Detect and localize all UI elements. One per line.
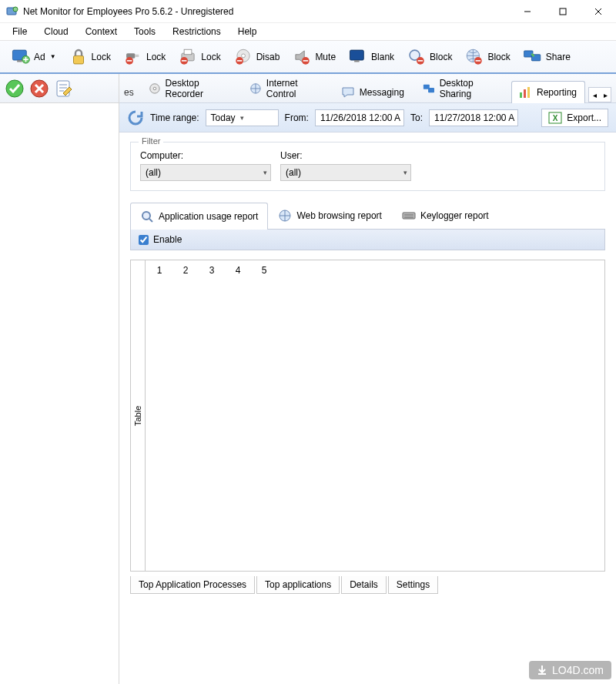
from-date-input[interactable]: 11/26/2018 12:00 A xyxy=(315,109,404,126)
table-area: Table 1 2 3 4 5 xyxy=(130,260,605,572)
tab-label: Desktop Recorder xyxy=(166,78,231,99)
menu-file[interactable]: File xyxy=(5,25,35,39)
chevron-down-icon: ▾ xyxy=(403,169,407,176)
export-button[interactable]: X Export... xyxy=(541,109,608,127)
maximize-button[interactable] xyxy=(545,0,581,23)
minimize-button[interactable] xyxy=(510,0,545,23)
content: es Desktop Recorder Internet Control Mes… xyxy=(0,74,616,684)
blank-label: Blank xyxy=(371,52,394,62)
lock1-label: Lock xyxy=(92,52,111,62)
close-button[interactable] xyxy=(581,0,616,23)
svg-rect-26 xyxy=(350,50,364,60)
btab-details[interactable]: Details xyxy=(341,576,387,594)
user-select[interactable]: (all) ▾ xyxy=(280,164,411,181)
edit-button[interactable] xyxy=(54,79,74,99)
grid-col[interactable]: 5 xyxy=(258,265,270,276)
from-label: From: xyxy=(285,112,309,123)
svg-line-56 xyxy=(149,219,152,222)
btab-top-processes[interactable]: Top Application Processes xyxy=(130,576,255,594)
menu-restrictions[interactable]: Restrictions xyxy=(165,25,229,39)
monitor-blank-icon xyxy=(348,47,368,67)
block-button-2[interactable]: Block xyxy=(461,45,513,69)
btab-settings[interactable]: Settings xyxy=(388,576,438,594)
printer-lock-icon xyxy=(178,47,198,67)
app-icon xyxy=(6,5,18,18)
refresh-button[interactable] xyxy=(127,109,144,126)
filter-group: Filter Computer: (all) ▾ User: (all) ▾ xyxy=(130,142,605,191)
grid-col[interactable]: 3 xyxy=(206,265,218,276)
menu-context[interactable]: Context xyxy=(78,25,125,39)
tab-internet-control[interactable]: Internet Control xyxy=(243,73,331,103)
lock-button-2[interactable]: Lock xyxy=(120,45,169,69)
menu-help[interactable]: Help xyxy=(230,25,265,39)
chevron-down-icon: ▾ xyxy=(263,169,267,176)
subtab-label: Application usage report xyxy=(159,211,258,222)
lock-button-1[interactable]: Lock xyxy=(65,45,114,69)
grid-col[interactable]: 2 xyxy=(179,265,192,276)
chat-icon xyxy=(341,86,355,99)
tab-messaging[interactable]: Messaging xyxy=(334,81,413,103)
data-grid[interactable]: 1 2 3 4 5 xyxy=(146,260,605,572)
cancel-button[interactable] xyxy=(29,79,49,99)
svg-point-55 xyxy=(142,212,150,220)
from-date-value: 11/26/2018 12:00 A xyxy=(320,112,400,123)
lock2-label: Lock xyxy=(146,52,166,62)
to-date-input[interactable]: 11/27/2018 12:00 A xyxy=(429,109,518,126)
globe-small-icon xyxy=(278,209,292,223)
grid-col[interactable]: 1 xyxy=(153,265,166,276)
download-icon xyxy=(537,665,547,676)
tab-truncated[interactable]: es xyxy=(119,82,139,102)
tab-next-button[interactable]: ▸ xyxy=(600,88,611,102)
time-range-bar: Time range: Today ▾ From: 11/26/2018 12:… xyxy=(119,103,616,132)
tree-panel xyxy=(0,74,119,684)
block-button-1[interactable]: Block xyxy=(403,45,455,69)
svg-point-1 xyxy=(13,7,18,12)
computer-select[interactable]: (all) ▾ xyxy=(140,164,271,181)
subtab-label: Web browsing report xyxy=(296,210,382,221)
tab-reporting[interactable]: Reporting xyxy=(511,81,585,103)
bottom-tabs: Top Application Processes Top applicatio… xyxy=(130,576,605,594)
btab-top-apps[interactable]: Top applications xyxy=(256,576,340,594)
export-label: Export... xyxy=(567,112,601,123)
globe-icon xyxy=(249,82,262,96)
enable-label: Enable xyxy=(153,234,182,245)
subtab-web-browsing[interactable]: Web browsing report xyxy=(268,202,392,229)
tab-desktop-sharing[interactable]: Desktop Sharing xyxy=(416,73,508,103)
add-button[interactable]: Ad ▼ xyxy=(8,45,59,69)
main-toolbar: Ad ▼ Lock Lock Lock Disab Mute Blank Blo… xyxy=(0,40,616,74)
tree-area[interactable] xyxy=(0,103,119,684)
blank-button[interactable]: Blank xyxy=(345,45,397,69)
menubar: File Cloud Context Tools Restrictions He… xyxy=(0,23,616,40)
share-button[interactable]: Share xyxy=(520,45,574,69)
enable-checkbox[interactable] xyxy=(139,235,149,245)
excel-icon: X xyxy=(548,111,562,125)
user-label: User: xyxy=(280,150,411,161)
tab-label: Reporting xyxy=(537,87,577,98)
subtab-app-usage[interactable]: Application usage report xyxy=(130,203,268,230)
screens-icon xyxy=(423,82,435,96)
block2-label: Block xyxy=(487,52,510,62)
to-label: To: xyxy=(410,112,423,123)
svg-rect-27 xyxy=(354,60,360,62)
mute-button[interactable]: Mute xyxy=(289,45,339,69)
recorder-icon xyxy=(149,82,161,96)
globe-block-icon xyxy=(464,47,484,67)
table-vertical-label[interactable]: Table xyxy=(130,260,146,572)
tab-desktop-recorder[interactable]: Desktop Recorder xyxy=(142,73,239,103)
titlebar: Net Monitor for Employees Pro 5.6.2 - Un… xyxy=(0,0,616,23)
subtab-keylogger[interactable]: Keylogger report xyxy=(392,202,499,229)
lock3-label: Lock xyxy=(201,52,220,62)
grid-col[interactable]: 4 xyxy=(232,265,244,276)
confirm-button[interactable] xyxy=(5,79,25,99)
time-range-label: Time range: xyxy=(150,112,199,123)
disable-button[interactable]: Disab xyxy=(230,45,283,69)
chart-icon xyxy=(518,86,532,99)
tab-prev-button[interactable]: ◂ xyxy=(589,88,600,102)
menu-tools[interactable]: Tools xyxy=(126,25,163,39)
menu-cloud[interactable]: Cloud xyxy=(36,25,75,39)
svg-rect-11 xyxy=(73,55,83,64)
tab-label: Messaging xyxy=(360,87,404,98)
time-range-select[interactable]: Today ▾ xyxy=(206,109,279,126)
lock-button-3[interactable]: Lock xyxy=(175,45,223,69)
svg-rect-50 xyxy=(520,92,522,98)
